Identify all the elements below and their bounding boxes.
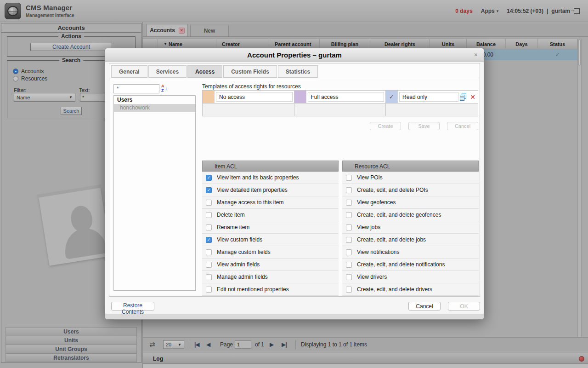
column-header[interactable]: ▼ Units <box>430 39 467 49</box>
acl-checkbox[interactable]: ✓ <box>346 212 352 218</box>
user-filter-input[interactable] <box>113 84 159 93</box>
last-page-button[interactable]: ▶| <box>282 341 287 348</box>
log-bar[interactable]: Log <box>143 353 588 364</box>
acl-checkbox[interactable]: ✓ <box>346 237 352 243</box>
sidebar-accordion-item[interactable]: Retranslators <box>6 353 137 362</box>
acl-checkbox[interactable]: ✓ <box>206 224 212 230</box>
close-tab-icon[interactable]: ✕ <box>179 28 185 34</box>
delete-template-icon[interactable]: ✕ <box>470 93 475 101</box>
dialog-tab[interactable]: Custom Fields <box>223 65 277 78</box>
acl-row: ✓ Rename item <box>202 221 339 234</box>
dialog-tab-label: Services <box>156 69 179 75</box>
column-header[interactable]: ▼ Billing plan <box>320 39 370 49</box>
dialog-title: Account Properties – gurtam <box>105 48 484 62</box>
transfer-items-icon[interactable]: ⇄ <box>149 340 155 349</box>
apps-menu[interactable]: Apps ▾ <box>481 8 499 14</box>
column-header[interactable]: ▼ Status <box>538 39 577 49</box>
template-action-button[interactable]: Create <box>370 122 401 130</box>
status-cell: ✓ <box>538 49 577 60</box>
sort-az-icon[interactable]: A Z ↓ <box>161 84 169 94</box>
item-acl-header: Item ACL <box>202 161 339 172</box>
acl-checkbox[interactable]: ✓ <box>206 262 212 268</box>
template-name-input[interactable] <box>399 92 458 102</box>
restore-contents-button[interactable]: Restore Contents <box>111 302 154 310</box>
template-swatch[interactable]: ✓ <box>294 91 306 103</box>
column-header-label: Creator <box>222 41 240 47</box>
filter-select[interactable]: Name ▼ <box>14 93 75 102</box>
dialog-tab[interactable]: Services <box>148 65 187 78</box>
bottom-strip <box>143 364 588 368</box>
first-page-button[interactable]: |◀ <box>194 341 199 348</box>
logout-icon[interactable] <box>574 8 580 14</box>
acl-label: View jobs <box>357 224 380 230</box>
accounts-radio[interactable]: Accounts <box>13 68 44 75</box>
acl-checkbox[interactable]: ✓ <box>346 224 352 230</box>
sidebar-accordion-item[interactable]: Users <box>6 327 137 336</box>
template-swatch[interactable]: ✓ <box>386 91 398 103</box>
copy-template-icon[interactable] <box>460 93 467 101</box>
create-account-button[interactable]: Create Account <box>30 43 112 51</box>
acl-checkbox[interactable]: ✓ <box>346 274 352 280</box>
sort-down-arrow: ↓ <box>165 86 168 91</box>
accordion-item-label: Users <box>63 328 79 335</box>
dialog-tab[interactable]: Statistics <box>278 65 318 78</box>
acl-checkbox[interactable]: ✓ <box>346 200 352 206</box>
acl-checkbox[interactable]: ✓ <box>346 187 352 193</box>
log-status-icon[interactable] <box>579 356 584 362</box>
column-header-label: Units <box>442 41 455 47</box>
dialog-cancel-button[interactable]: Cancel <box>408 302 441 310</box>
template-name-input[interactable] <box>308 92 384 102</box>
acl-checkbox[interactable]: ✓ <box>346 262 352 268</box>
acl-checkbox[interactable]: ✓ <box>206 237 212 243</box>
column-header[interactable]: ▼ Balance <box>467 39 506 49</box>
templates-table: ✓ ✕ ✓ <box>202 90 478 104</box>
resources-radio[interactable]: Resources <box>13 75 47 82</box>
page-number-input[interactable] <box>235 340 251 349</box>
template-name-input[interactable] <box>216 92 293 102</box>
user-list-item[interactable]: honchowork <box>114 104 195 112</box>
dialog-ok-button[interactable]: OK <box>448 302 480 310</box>
acl-checkbox[interactable]: ✓ <box>346 249 352 255</box>
column-header[interactable]: ▼ Name <box>158 39 216 49</box>
tab-accounts[interactable]: Accounts ✕ <box>147 24 188 36</box>
sidebar-accordion-item[interactable]: Unit Groups <box>6 345 137 353</box>
acl-checkbox[interactable]: ✓ <box>206 274 212 280</box>
template-action-button[interactable]: Cancel <box>447 122 478 130</box>
column-header[interactable]: ▼ Days <box>506 39 538 49</box>
acl-checkbox[interactable]: ✓ <box>346 175 352 181</box>
acl-checkbox[interactable]: ✓ <box>346 287 352 293</box>
template-empty-row <box>202 104 478 116</box>
page-size-select[interactable]: 20 ▼ <box>163 340 184 349</box>
acl-checkbox[interactable]: ✓ <box>206 249 212 255</box>
template-swatch[interactable]: ✓ <box>203 91 215 103</box>
dialog-tab[interactable]: Access <box>187 65 222 78</box>
acl-label: Rename item <box>217 224 249 230</box>
tabs-divider <box>109 78 480 78</box>
acl-checkbox[interactable]: ✓ <box>206 200 212 206</box>
acl-row: ✓ View notifications <box>342 246 479 259</box>
template-action-button[interactable]: Save <box>408 122 440 130</box>
scrollbar-thumb[interactable] <box>578 40 581 65</box>
tab-accounts-label: Accounts <box>150 27 175 34</box>
column-header[interactable]: ▼ Dealer rights <box>370 39 430 49</box>
acl-checkbox[interactable]: ✓ <box>206 287 212 293</box>
acl-checkbox[interactable]: ✓ <box>206 212 212 218</box>
check-icon: ✓ <box>207 237 211 242</box>
header-right: 0 days Apps ▾ 14:05:52 (+03) | gurtam <box>455 0 580 22</box>
dialog-tab[interactable]: General <box>111 65 147 78</box>
text-label: Text: <box>79 87 90 93</box>
clock-user-group: 14:05:52 (+03) | gurtam <box>507 8 580 14</box>
close-dialog-icon[interactable]: × <box>474 51 478 58</box>
acl-checkbox[interactable]: ✓ <box>206 187 212 193</box>
column-header[interactable]: ▼ Parent account <box>269 39 320 49</box>
search-button[interactable]: Search <box>61 107 82 115</box>
tab-new[interactable]: New <box>190 25 229 36</box>
previous-page-button[interactable]: ◀ <box>206 341 210 348</box>
days-counter[interactable]: 0 days <box>455 8 472 14</box>
column-header[interactable]: ▼ Creator <box>216 39 269 49</box>
sidebar-accordion-item[interactable]: Units <box>6 336 137 345</box>
next-page-button[interactable]: ▶ <box>270 341 273 348</box>
dialog-titlebar[interactable]: Account Properties – gurtam × <box>105 48 484 62</box>
acl-checkbox[interactable]: ✓ <box>206 175 212 181</box>
table-scrollbar[interactable] <box>577 39 582 338</box>
